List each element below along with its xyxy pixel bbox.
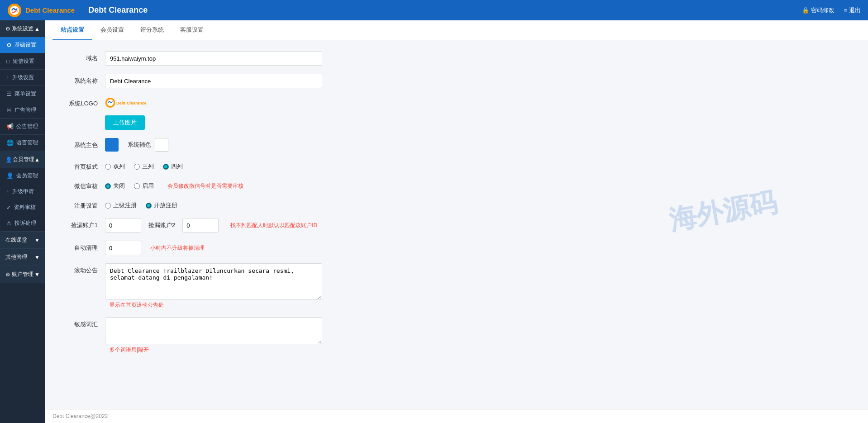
primary-color-swatch[interactable] xyxy=(105,138,119,152)
register-superior-radio[interactable] xyxy=(105,203,111,209)
change-password-link[interactable]: 🔒 密码修改 xyxy=(802,6,835,14)
register-open[interactable]: 开放注册 xyxy=(146,201,177,209)
sidebar-item-announcement[interactable]: 📢 公告管理 xyxy=(0,119,45,134)
layout-triple[interactable]: 三列 xyxy=(134,162,154,171)
footer: Debt Clearance@2022 xyxy=(45,409,868,423)
sidebar-item-upgrade[interactable]: ↑ 升级设置 xyxy=(0,70,45,86)
system-name-input[interactable] xyxy=(105,74,322,88)
logout-link[interactable]: ≡ 退出 xyxy=(844,6,861,14)
sidebar-item-language[interactable]: 🌐 语言管理 xyxy=(0,135,45,151)
complaint-icon: ⚠ xyxy=(6,220,12,227)
upload-image-button[interactable]: 上传图片 xyxy=(105,115,145,130)
wechat-enable-radio[interactable] xyxy=(134,183,140,189)
member-icon: 👤 xyxy=(5,157,12,163)
wechat-close-radio[interactable] xyxy=(105,183,111,189)
domain-control xyxy=(105,51,322,66)
system-settings-label: 系统设置 xyxy=(12,25,33,33)
sidebar-group-member-management[interactable]: 👤 会员管理 ▲ xyxy=(0,151,45,168)
layout-triple-radio[interactable] xyxy=(134,164,140,170)
wechat-review-control: 关闭 启用 会员修改微信号时是否需要审核 xyxy=(105,179,322,190)
system-name-control xyxy=(105,74,322,88)
domain-input[interactable] xyxy=(105,51,322,66)
tab-site-settings[interactable]: 站点设置 xyxy=(52,20,92,40)
sidebar-item-basic-settings[interactable]: ⚙ 基础设置 xyxy=(0,37,45,53)
domain-label: 域名 xyxy=(60,51,105,62)
form-row-colors: 系统主色 系统辅色 xyxy=(60,138,854,152)
lock-icon: 🔒 xyxy=(802,7,809,14)
secondary-color-swatch[interactable] xyxy=(155,138,168,152)
wechat-close-option[interactable]: 关闭 xyxy=(105,182,125,190)
header-actions: 🔒 密码修改 ≡ 退出 xyxy=(802,6,861,14)
tab-member-settings[interactable]: 会员设置 xyxy=(92,20,132,40)
form-row-register: 注册设置 上级注册 开放注册 xyxy=(60,199,854,210)
layout-double[interactable]: 双列 xyxy=(105,162,125,171)
header-logo-text: Debt Clearance xyxy=(25,6,75,14)
sidebar-item-member-list[interactable]: 👤 会员管理 xyxy=(0,168,45,184)
layout-quadruple-radio[interactable] xyxy=(163,164,169,170)
wechat-review-hint: 会员修改微信号时是否需要审核 xyxy=(167,182,243,190)
primary-color-item xyxy=(105,138,119,152)
sidebar-item-resource-review[interactable]: ✓ 资料审核 xyxy=(0,200,45,215)
sidebar-group-account[interactable]: ⚙ 账户管理 ▼ xyxy=(0,266,45,283)
register-radio-group: 上级注册 开放注册 xyxy=(105,199,322,209)
sidebar-item-sms[interactable]: □ 短信设置 xyxy=(0,53,45,69)
resource-icon: ✓ xyxy=(6,204,11,211)
tab-customer-service[interactable]: 客服设置 xyxy=(172,20,212,40)
tab-bar: 站点设置 会员设置 评分系统 客服设置 xyxy=(45,20,868,40)
sidebar-item-menu[interactable]: ☰ 菜单设置 xyxy=(0,86,45,102)
wechat-review-radio-group: 关闭 启用 会员修改微信号时是否需要审核 xyxy=(105,179,322,190)
chevron-down-icon3: ▼ xyxy=(34,254,40,261)
sidebar-section-language: 🌐 语言管理 xyxy=(0,135,45,151)
logout-icon: ≡ xyxy=(844,7,847,14)
register-open-radio[interactable] xyxy=(146,203,152,209)
color-control: 系统辅色 xyxy=(105,138,322,152)
primary-color-label: 系统主色 xyxy=(60,138,105,149)
sidebar-item-complaint[interactable]: ⚠ 投诉处理 xyxy=(0,215,45,231)
logo-preview: Debt Clearance xyxy=(105,96,322,109)
sidebar-item-upgrade-apply[interactable]: ↑ 升级申请 xyxy=(0,184,45,200)
main-layout: ⚙ 系统设置 ▲ ⚙ 基础设置 □ 短信设置 ↑ 升级设置 ☰ 菜单 xyxy=(0,20,868,423)
capture-account1-input[interactable] xyxy=(105,218,141,233)
basic-settings-icon: ⚙ xyxy=(6,42,12,48)
form-row-scroll-notice: 滚动公告 Debt Clearance Trailblazer Diluncur… xyxy=(60,263,854,309)
main-panel: 站点设置 会员设置 评分系统 客服设置 域名 系统名称 xyxy=(45,20,868,423)
tab-rating-system[interactable]: 评分系统 xyxy=(132,20,172,40)
register-superior[interactable]: 上级注册 xyxy=(105,201,137,209)
capture-account1-label: 捡漏账户1 xyxy=(60,218,105,229)
register-settings-label: 注册设置 xyxy=(60,199,105,210)
sidebar-section-announcement: 📢 公告管理 xyxy=(0,119,45,135)
sidebar-section-classroom: 在线课堂 ▼ xyxy=(0,232,45,249)
form-row-homepage-layout: 首页板式 双列 三列 四列 xyxy=(60,160,854,171)
sensitive-words-textarea[interactable] xyxy=(105,317,322,344)
sensitive-words-hint: 多个词语用|隔开 xyxy=(110,346,322,354)
chevron-up-icon: ▲ xyxy=(34,26,40,32)
auto-clean-input[interactable] xyxy=(105,241,141,255)
sidebar-section-system: ⚙ 系统设置 ▲ ⚙ 基础设置 xyxy=(0,20,45,53)
sidebar-group-system-settings[interactable]: ⚙ 系统设置 ▲ xyxy=(0,20,45,37)
register-control: 上级注册 开放注册 xyxy=(105,199,322,209)
app-logo-icon xyxy=(7,3,22,18)
upgrade-apply-icon: ↑ xyxy=(6,188,10,195)
sidebar-item-ad[interactable]: ♾ 广告管理 xyxy=(0,102,45,118)
chevron-down-icon4: ▼ xyxy=(34,271,40,278)
announcement-icon: 📢 xyxy=(6,123,14,130)
sidebar-group-other[interactable]: 其他管理 ▼ xyxy=(0,249,45,266)
header-title: Debt Clearance xyxy=(88,5,802,15)
member-list-icon: 👤 xyxy=(6,172,14,179)
color-row: 系统辅色 xyxy=(105,138,322,152)
svg-point-1 xyxy=(10,6,19,15)
language-icon: 🌐 xyxy=(6,139,14,146)
sidebar-group-classroom[interactable]: 在线课堂 ▼ xyxy=(0,232,45,248)
capture-hint: 找不到匹配人时默认以匹配该账户ID xyxy=(230,222,317,229)
system-name-label: 系统名称 xyxy=(60,74,105,85)
secondary-color-item: 系统辅色 xyxy=(128,138,168,152)
scroll-notice-textarea[interactable]: Debt Clearance Trailblazer Diluncurkan s… xyxy=(105,263,322,299)
layout-double-radio[interactable] xyxy=(105,164,111,170)
layout-quadruple[interactable]: 四列 xyxy=(163,162,183,171)
wechat-enable-option[interactable]: 启用 xyxy=(134,182,154,190)
settings-icon: ⚙ xyxy=(5,26,10,32)
sidebar-section-sms: □ 短信设置 xyxy=(0,53,45,70)
form-row-sensitive-words: 敏感词汇 多个词语用|隔开 xyxy=(60,317,854,354)
sms-icon: □ xyxy=(6,58,10,65)
capture-account2-input[interactable] xyxy=(182,218,219,233)
